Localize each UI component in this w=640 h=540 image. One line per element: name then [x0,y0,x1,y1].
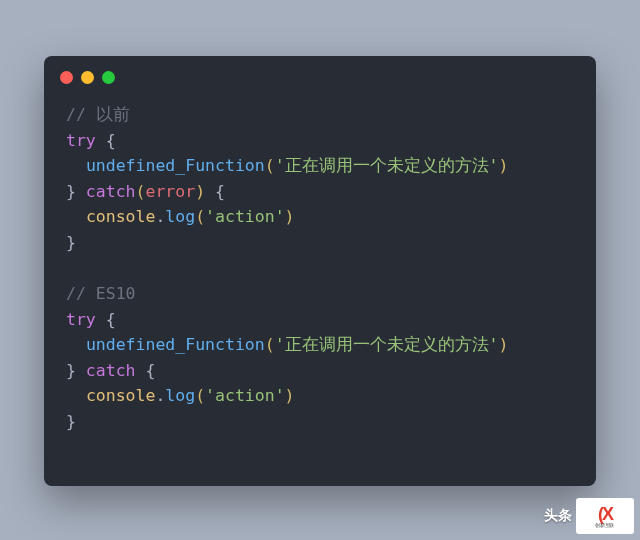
paren-open: ( [265,335,275,354]
indent [66,156,86,175]
maximize-dot-icon [102,71,115,84]
brace-open: { [96,131,116,150]
paren-close: ) [285,386,295,405]
close-dot-icon [60,71,73,84]
watermark-logo-icon: (X 创新互联 [576,498,634,534]
window-titlebar [44,56,596,98]
keyword-try: try [66,131,96,150]
console-ident: console [86,207,156,226]
paren-open: ( [265,156,275,175]
brace-close: } [66,361,76,380]
brace-close: } [66,182,76,201]
console-ident: console [86,386,156,405]
paren-open: ( [195,207,205,226]
paren-close: ) [285,207,295,226]
comment-line: // 以前 [66,105,130,124]
paren-close: ) [499,156,509,175]
paren-open: ( [195,386,205,405]
brace-open: { [136,361,156,380]
keyword-try: try [66,310,96,329]
code-block: // 以前 try { undefined_Function('正在调用一个未定… [44,98,596,454]
brace-open: { [205,182,225,201]
dot: . [155,386,165,405]
string-literal: 'action' [205,386,284,405]
brace-close: } [66,412,76,431]
indent [66,335,86,354]
string-literal: '正在调用一个未定义的方法' [275,335,499,354]
error-var: error [145,182,195,201]
log-func: log [165,386,195,405]
watermark-label: 头条 [544,507,572,525]
minimize-dot-icon [81,71,94,84]
paren-close: ) [499,335,509,354]
log-func: log [165,207,195,226]
logo-glyph: (X [598,505,612,523]
keyword-catch: catch [76,182,136,201]
paren-open: ( [136,182,146,201]
dot: . [155,207,165,226]
logo-text-top: 创新互联 [595,523,614,528]
string-literal: 'action' [205,207,284,226]
brace-close: } [66,233,76,252]
function-call: undefined_Function [86,335,265,354]
code-window: // 以前 try { undefined_Function('正在调用一个未定… [44,56,596,486]
comment-line: // ES10 [66,284,136,303]
watermark: 头条 (X 创新互联 [544,498,634,534]
string-literal: '正在调用一个未定义的方法' [275,156,499,175]
function-call: undefined_Function [86,156,265,175]
indent [66,386,86,405]
indent [66,207,86,226]
brace-open: { [96,310,116,329]
keyword-catch: catch [76,361,136,380]
paren-close: ) [195,182,205,201]
